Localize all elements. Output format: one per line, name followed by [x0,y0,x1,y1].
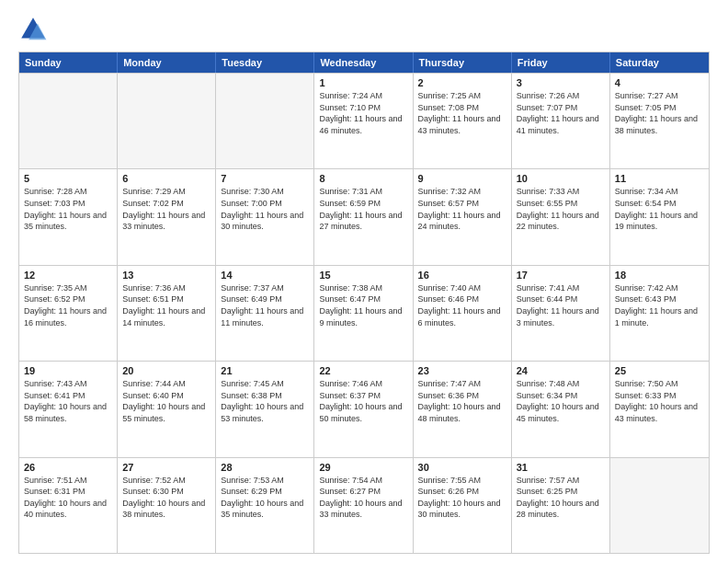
day-number: 2 [418,77,506,88]
day-info: Sunrise: 7:41 AM Sunset: 6:44 PM Dayligh… [517,282,605,328]
calendar-row: 26Sunrise: 7:51 AM Sunset: 6:31 PM Dayli… [19,457,709,553]
day-number: 31 [517,462,605,473]
day-number: 24 [517,365,605,376]
calendar-cell [19,74,118,168]
day-number: 8 [319,173,407,184]
day-number: 13 [122,270,210,281]
calendar-header-cell: Wednesday [314,52,413,73]
day-number: 9 [418,173,506,184]
day-number: 16 [418,270,506,281]
calendar-header-cell: Sunday [19,52,118,73]
day-number: 17 [517,270,605,281]
day-info: Sunrise: 7:27 AM Sunset: 7:05 PM Dayligh… [615,90,704,136]
calendar-header-cell: Friday [512,52,610,73]
calendar-cell: 12Sunrise: 7:35 AM Sunset: 6:52 PM Dayli… [19,266,118,361]
day-number: 12 [24,270,112,281]
calendar-cell: 20Sunrise: 7:44 AM Sunset: 6:40 PM Dayli… [118,362,216,456]
day-info: Sunrise: 7:36 AM Sunset: 6:51 PM Dayligh… [122,282,210,328]
day-info: Sunrise: 7:35 AM Sunset: 6:52 PM Dayligh… [24,282,112,328]
calendar-header-cell: Tuesday [216,52,314,73]
day-info: Sunrise: 7:37 AM Sunset: 6:49 PM Dayligh… [221,282,309,328]
day-info: Sunrise: 7:44 AM Sunset: 6:40 PM Dayligh… [122,378,210,424]
calendar-row: 19Sunrise: 7:43 AM Sunset: 6:41 PM Dayli… [19,361,709,456]
calendar-cell: 22Sunrise: 7:46 AM Sunset: 6:37 PM Dayli… [314,362,413,456]
day-number: 23 [418,365,506,376]
calendar-cell: 11Sunrise: 7:34 AM Sunset: 6:54 PM Dayli… [610,169,709,264]
day-info: Sunrise: 7:33 AM Sunset: 6:55 PM Dayligh… [517,186,605,232]
calendar-header-cell: Saturday [610,52,709,73]
day-info: Sunrise: 7:57 AM Sunset: 6:25 PM Dayligh… [517,475,605,521]
day-number: 1 [319,77,407,88]
calendar-cell: 13Sunrise: 7:36 AM Sunset: 6:51 PM Dayli… [118,266,216,361]
calendar-cell [118,74,216,168]
day-number: 10 [517,173,605,184]
day-info: Sunrise: 7:28 AM Sunset: 7:03 PM Dayligh… [24,186,112,232]
logo-icon [18,15,48,44]
calendar-cell: 3Sunrise: 7:26 AM Sunset: 7:07 PM Daylig… [512,74,610,168]
day-number: 30 [418,462,506,473]
calendar-cell [216,74,314,168]
header [18,15,710,44]
day-number: 29 [319,462,407,473]
day-number: 4 [615,77,704,88]
day-number: 28 [221,462,309,473]
day-number: 15 [319,270,407,281]
day-info: Sunrise: 7:52 AM Sunset: 6:30 PM Dayligh… [122,475,210,521]
day-number: 11 [615,173,704,184]
day-info: Sunrise: 7:42 AM Sunset: 6:43 PM Dayligh… [615,282,704,328]
day-info: Sunrise: 7:29 AM Sunset: 7:02 PM Dayligh… [122,186,210,232]
calendar-row: 1Sunrise: 7:24 AM Sunset: 7:10 PM Daylig… [19,73,709,168]
calendar-cell: 27Sunrise: 7:52 AM Sunset: 6:30 PM Dayli… [118,458,216,553]
calendar-cell: 4Sunrise: 7:27 AM Sunset: 7:05 PM Daylig… [610,74,709,168]
calendar-cell: 24Sunrise: 7:48 AM Sunset: 6:34 PM Dayli… [512,362,610,456]
day-info: Sunrise: 7:25 AM Sunset: 7:08 PM Dayligh… [418,90,506,136]
day-info: Sunrise: 7:46 AM Sunset: 6:37 PM Dayligh… [319,378,407,424]
calendar-cell: 21Sunrise: 7:45 AM Sunset: 6:38 PM Dayli… [216,362,314,456]
calendar-cell: 30Sunrise: 7:55 AM Sunset: 6:26 PM Dayli… [414,458,512,553]
calendar-header: SundayMondayTuesdayWednesdayThursdayFrid… [19,52,709,73]
calendar-cell: 28Sunrise: 7:53 AM Sunset: 6:29 PM Dayli… [216,458,314,553]
day-number: 27 [122,462,210,473]
calendar-cell: 14Sunrise: 7:37 AM Sunset: 6:49 PM Dayli… [216,266,314,361]
calendar-cell: 23Sunrise: 7:47 AM Sunset: 6:36 PM Dayli… [414,362,512,456]
day-number: 20 [122,365,210,376]
calendar-cell: 6Sunrise: 7:29 AM Sunset: 7:02 PM Daylig… [118,169,216,264]
calendar-cell: 5Sunrise: 7:28 AM Sunset: 7:03 PM Daylig… [19,169,118,264]
calendar-row: 5Sunrise: 7:28 AM Sunset: 7:03 PM Daylig… [19,168,709,264]
calendar-row: 12Sunrise: 7:35 AM Sunset: 6:52 PM Dayli… [19,265,709,361]
day-info: Sunrise: 7:31 AM Sunset: 6:59 PM Dayligh… [319,186,407,232]
calendar-header-cell: Monday [118,52,216,73]
day-info: Sunrise: 7:51 AM Sunset: 6:31 PM Dayligh… [24,475,112,521]
day-info: Sunrise: 7:54 AM Sunset: 6:27 PM Dayligh… [319,475,407,521]
day-number: 5 [24,173,112,184]
calendar-cell: 19Sunrise: 7:43 AM Sunset: 6:41 PM Dayli… [19,362,118,456]
calendar: SundayMondayTuesdayWednesdayThursdayFrid… [18,52,710,554]
day-info: Sunrise: 7:30 AM Sunset: 7:00 PM Dayligh… [221,186,309,232]
calendar-cell: 18Sunrise: 7:42 AM Sunset: 6:43 PM Dayli… [610,266,709,361]
day-info: Sunrise: 7:48 AM Sunset: 6:34 PM Dayligh… [517,378,605,424]
day-info: Sunrise: 7:40 AM Sunset: 6:46 PM Dayligh… [418,282,506,328]
calendar-cell: 17Sunrise: 7:41 AM Sunset: 6:44 PM Dayli… [512,266,610,361]
day-number: 3 [517,77,605,88]
calendar-cell: 15Sunrise: 7:38 AM Sunset: 6:47 PM Dayli… [314,266,413,361]
calendar-cell: 8Sunrise: 7:31 AM Sunset: 6:59 PM Daylig… [314,169,413,264]
day-number: 19 [24,365,112,376]
day-info: Sunrise: 7:24 AM Sunset: 7:10 PM Dayligh… [319,90,407,136]
day-info: Sunrise: 7:47 AM Sunset: 6:36 PM Dayligh… [418,378,506,424]
calendar-cell: 7Sunrise: 7:30 AM Sunset: 7:00 PM Daylig… [216,169,314,264]
day-info: Sunrise: 7:53 AM Sunset: 6:29 PM Dayligh… [221,475,309,521]
day-number: 14 [221,270,309,281]
calendar-header-cell: Thursday [414,52,512,73]
logo [18,15,53,44]
calendar-cell: 26Sunrise: 7:51 AM Sunset: 6:31 PM Dayli… [19,458,118,553]
day-info: Sunrise: 7:45 AM Sunset: 6:38 PM Dayligh… [221,378,309,424]
calendar-cell: 9Sunrise: 7:32 AM Sunset: 6:57 PM Daylig… [414,169,512,264]
day-info: Sunrise: 7:50 AM Sunset: 6:33 PM Dayligh… [615,378,704,424]
calendar-cell: 25Sunrise: 7:50 AM Sunset: 6:33 PM Dayli… [610,362,709,456]
day-number: 7 [221,173,309,184]
page: SundayMondayTuesdayWednesdayThursdayFrid… [0,0,728,563]
day-info: Sunrise: 7:38 AM Sunset: 6:47 PM Dayligh… [319,282,407,328]
day-number: 21 [221,365,309,376]
calendar-cell: 16Sunrise: 7:40 AM Sunset: 6:46 PM Dayli… [414,266,512,361]
day-number: 18 [615,270,704,281]
